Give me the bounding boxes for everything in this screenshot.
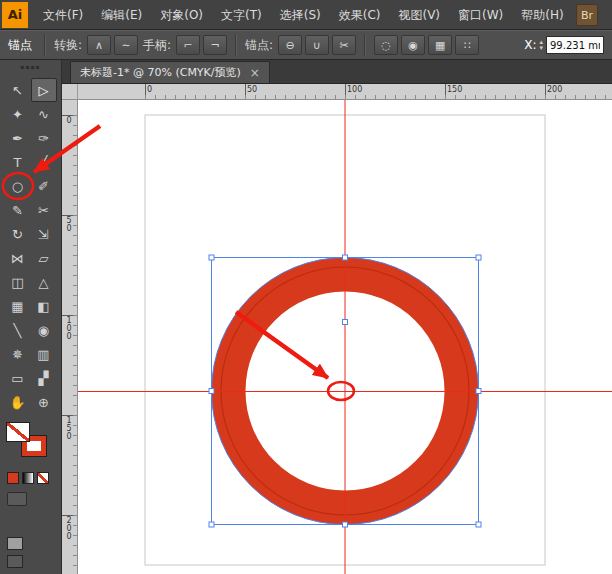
selection-tool[interactable]: ↖ [5,78,31,102]
shape-builder-tool[interactable]: ◫ [5,270,31,294]
separator [364,34,366,56]
show-handles-button[interactable]: ⌐ [176,35,200,55]
selection-handle[interactable] [343,320,348,325]
type-tool[interactable]: T [5,150,31,174]
ruler-mark: 200 [547,85,562,94]
tools-panel: ▪▪▪▪ ↖▷✦∿✒✑T╱○✐✎✂↻⇲⋈▱◫△▦◧╲◉✵▥▭▞✋⊕ [0,60,62,574]
x-field-group: X: ▴ ▾ [524,36,604,54]
column-graph-tool[interactable]: ▥ [31,342,57,366]
hand-tool[interactable]: ✋ [5,390,31,414]
fill-color-swatch[interactable] [6,422,30,442]
anchors-label: 锚点: [245,37,273,54]
draw-mode-button[interactable] [7,492,27,506]
connect-anchors-button[interactable]: ∪ [305,35,329,55]
convert-to-smooth-button[interactable]: ∼ [114,35,138,55]
convert-to-corner-button[interactable]: ∧ [87,35,111,55]
hide-handles-button[interactable]: ¬ [203,35,227,55]
ruler-mark: 1 5 0 [62,417,76,441]
scissors-tool[interactable]: ✂ [31,198,57,222]
document-tab[interactable]: 未标题-1* @ 70% (CMYK/预览) × [70,61,270,83]
free-transform-tool[interactable]: ▱ [31,246,57,270]
rotate-tool[interactable]: ↻ [5,222,31,246]
panel-toggle-button[interactable] [7,555,23,568]
ruler-mark: 150 [447,85,462,94]
slice-tool[interactable]: ▞ [31,366,57,390]
context-label: 锚点 [8,37,32,54]
lasso-tool[interactable]: ∿ [31,102,57,126]
align-panel-button[interactable]: ∷ [455,35,479,55]
menu-items: 文件(F)编辑(E)对象(O)文字(T)选择(S)效果(C)视图(V)窗口(W)… [34,0,573,30]
pen-tool[interactable]: ✒ [5,126,31,150]
menu-item[interactable]: 对象(O) [151,0,212,30]
magic-wand-tool[interactable]: ✦ [5,102,31,126]
tool-grid: ↖▷✦∿✒✑T╱○✐✎✂↻⇲⋈▱◫△▦◧╲◉✵▥▭▞✋⊕ [0,78,61,414]
horizontal-ruler[interactable]: 050100150200 [78,84,612,100]
zoom-tool[interactable]: ⊕ [31,390,57,414]
none-button[interactable] [37,472,49,484]
menu-item[interactable]: 窗口(W) [449,0,512,30]
line-segment-tool[interactable]: ╱ [31,150,57,174]
bridge-button[interactable]: Br [576,4,598,26]
color-button[interactable] [7,472,19,484]
selection-handle[interactable] [209,255,214,260]
ruler-mark: 2 0 0 [62,517,76,541]
isolate-selection-button[interactable]: ◌ [374,35,398,55]
fill-stroke-swatches [0,422,61,468]
scale-tool[interactable]: ⇲ [31,222,57,246]
canvas-row: 05 01 0 01 5 02 0 0 [62,100,612,574]
toolbar-grip[interactable]: ▪▪▪▪ [0,60,61,72]
transform-panel-button[interactable]: ▦ [428,35,452,55]
paintbrush-tool[interactable]: ✐ [31,174,57,198]
stepper-down-icon[interactable]: ▾ [539,45,543,51]
selection-handle[interactable] [476,389,481,394]
handles-label: 手柄: [143,37,171,54]
separator [44,34,46,56]
menu-item[interactable]: 视图(V) [389,0,449,30]
eyedropper-tool[interactable]: ╲ [5,318,31,342]
selection-handle[interactable] [476,522,481,527]
blend-tool[interactable]: ◉ [31,318,57,342]
x-stepper[interactable]: ▴ ▾ [539,39,543,51]
vertical-ruler[interactable]: 05 01 0 01 5 02 0 0 [62,100,78,574]
menu-item[interactable]: 帮助(H) [512,0,572,30]
x-value-input[interactable] [546,36,604,54]
close-icon[interactable]: × [250,66,260,80]
cut-path-button[interactable]: ✂ [332,35,356,55]
remove-anchor-button[interactable]: ⊖ [278,35,302,55]
mesh-tool[interactable]: ▦ [5,294,31,318]
ruler-mark: 1 0 0 [62,317,76,341]
menu-item[interactable]: 文字(T) [212,0,271,30]
selection-handle[interactable] [476,255,481,260]
perspective-grid-tool[interactable]: △ [31,270,57,294]
artboard-tool[interactable]: ▭ [5,366,31,390]
document-pane: 未标题-1* @ 70% (CMYK/预览) × 050100150200 05… [62,60,612,574]
selection-handle[interactable] [343,255,348,260]
menu-item[interactable]: 选择(S) [271,0,330,30]
separator [235,34,237,56]
orientation-button[interactable]: ◉ [401,35,425,55]
width-tool[interactable]: ⋈ [5,246,31,270]
menu-item[interactable]: 效果(C) [330,0,390,30]
symbol-sprayer-tool[interactable]: ✵ [5,342,31,366]
main-area: ▪▪▪▪ ↖▷✦∿✒✑T╱○✐✎✂↻⇲⋈▱◫△▦◧╲◉✵▥▭▞✋⊕ 未标题-1*… [0,60,612,574]
ruler-mark: 100 [347,85,362,94]
selection-handle[interactable] [209,522,214,527]
ellipse-tool[interactable]: ○ [5,174,31,198]
selection-handle[interactable] [209,389,214,394]
gradient-button[interactable] [22,472,34,484]
direct-selection-tool[interactable]: ▷ [31,78,57,102]
add-anchor-point-tool[interactable]: ✑ [31,126,57,150]
pencil-tool[interactable]: ✎ [5,198,31,222]
ruler-corner[interactable] [62,84,78,100]
ruler-mark: 0 [62,117,76,125]
gradient-tool[interactable]: ◧ [31,294,57,318]
selection-handle[interactable] [343,522,348,527]
convert-label: 转换: [54,37,82,54]
menu-item[interactable]: 文件(F) [34,0,92,30]
screen-mode-button[interactable] [7,537,23,550]
canvas-artwork [78,100,612,574]
canvas[interactable] [78,100,612,574]
menu-item[interactable]: 编辑(E) [92,0,151,30]
ruler-mark: 5 0 [62,217,76,233]
draw-mode-row [0,492,61,506]
